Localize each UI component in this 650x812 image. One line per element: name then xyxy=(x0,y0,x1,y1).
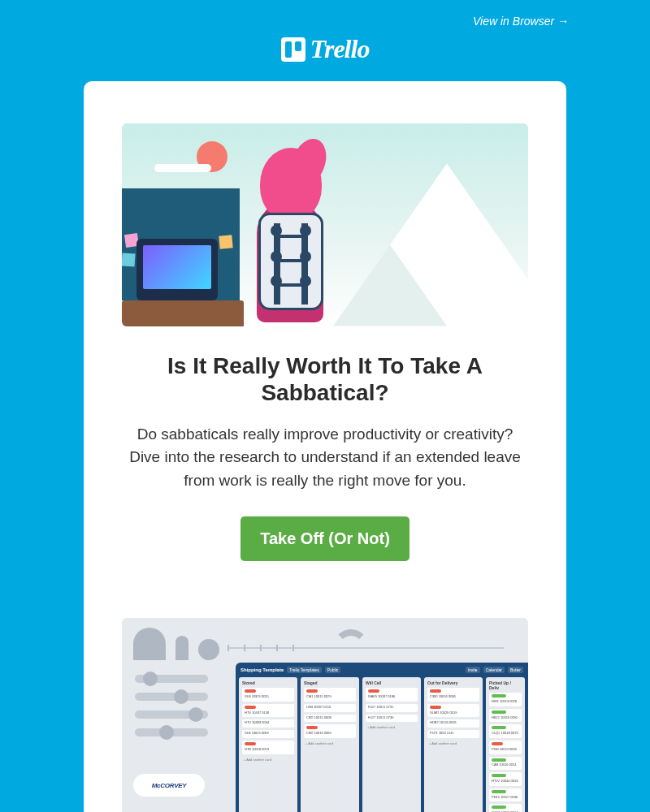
board-chip: Public xyxy=(325,667,341,673)
board-card: F427 10011 0739 xyxy=(366,715,418,723)
board-card: THB3 10010 0014 xyxy=(489,804,522,812)
mccorvey-logo: McCORVEY xyxy=(133,774,205,797)
board-list: Will CallWAV9 10007 0186F427 10011 0731F… xyxy=(362,677,421,812)
board-card: C300 10016 0036 xyxy=(427,688,479,702)
add-another-card: + Add another card xyxy=(242,757,294,762)
board-card: HDB2 10245 0001 xyxy=(427,719,479,728)
board-card: CM1 10015 0029 xyxy=(304,688,356,702)
board-list: Out for DeliveryC300 10016 0036SLMD 1002… xyxy=(424,677,483,812)
board-card: F427 10011 0731 xyxy=(366,704,418,712)
hero-illustration-sabbatical[interactable] xyxy=(122,123,528,326)
board-card: CBD 10016 0069 xyxy=(304,724,356,738)
board-card: HTV 10303 0044 xyxy=(242,719,294,728)
board-card: PH15 10027 0046 xyxy=(489,788,522,802)
board-card: WAV9 10007 0186 xyxy=(366,688,418,702)
logo-area: Trello xyxy=(0,28,650,81)
board-card: HTV2 10044 0013 xyxy=(489,772,522,786)
board-card: HW1 10013 0028 xyxy=(489,693,522,706)
trello-board-icon xyxy=(281,37,306,62)
board-card: SLMD 10029 0019 xyxy=(427,704,479,718)
add-another-card: + Add another card xyxy=(366,724,418,730)
view-in-browser-link[interactable]: View in Browser → xyxy=(473,15,569,28)
board-card: PGH 10024 0005 xyxy=(489,741,522,754)
list-title: Out for Delivery xyxy=(427,680,479,685)
board-card: SLB 10329 0015 xyxy=(242,688,294,702)
add-another-card: + Add another card xyxy=(304,741,356,746)
board-card: UN3 10007 0110 xyxy=(304,704,356,712)
board-list: StagedCM1 10015 0029UN3 10007 0110CBD 10… xyxy=(301,677,359,812)
board-chip: Invite xyxy=(466,667,480,673)
board-card: HB22 10016 0092 xyxy=(489,709,522,723)
board-card: SLB 10029 0009 xyxy=(242,730,294,738)
trello-wordmark: Trello xyxy=(310,34,370,64)
board-chip: Trello Templates xyxy=(287,667,321,673)
board-chip: Butler xyxy=(508,667,523,673)
board-list: StoredSLB 10329 0015HTV 10437 0130HTV 10… xyxy=(239,677,297,812)
board-card: P1P1 1050 2141 xyxy=(427,730,479,738)
list-title: Picked Up / Deliv xyxy=(489,680,522,690)
article-title-1: Is It Really Worth It To Take A Sabbatic… xyxy=(122,352,528,407)
add-another-card: + Add another card xyxy=(427,741,479,746)
cta-button-take-off[interactable]: Take Off (Or Not) xyxy=(240,516,410,561)
trello-board-preview: Shipping Template Trello Templates Publi… xyxy=(236,663,528,812)
article-body-1: Do sabbaticals really improve productivi… xyxy=(122,423,528,493)
board-card: CAB 10016 0024 xyxy=(489,757,522,771)
list-title: Stored xyxy=(242,680,294,685)
list-title: Will Call xyxy=(366,680,418,685)
board-card: CLQ2 10018 0070 xyxy=(489,724,522,738)
hero-illustration-manufacturer[interactable]: McCORVEY Shipping Template Trello Templa… xyxy=(122,618,528,812)
view-in-browser-bar: View in Browser → xyxy=(0,0,650,28)
board-card: CBD 10015 0008 xyxy=(304,715,356,723)
board-chip: Calendar xyxy=(483,667,505,673)
board-card: HTB 10018 0019 xyxy=(242,741,294,754)
list-title: Staged xyxy=(304,680,356,685)
email-card: Is It Really Worth It To Take A Sabbatic… xyxy=(84,81,566,813)
trello-logo[interactable]: Trello xyxy=(281,34,370,64)
board-card: HTV 10437 0130 xyxy=(242,704,294,718)
board-title: Shipping Template xyxy=(240,667,284,672)
board-list: Picked Up / DelivHW1 10013 0028HB22 1001… xyxy=(486,677,525,812)
